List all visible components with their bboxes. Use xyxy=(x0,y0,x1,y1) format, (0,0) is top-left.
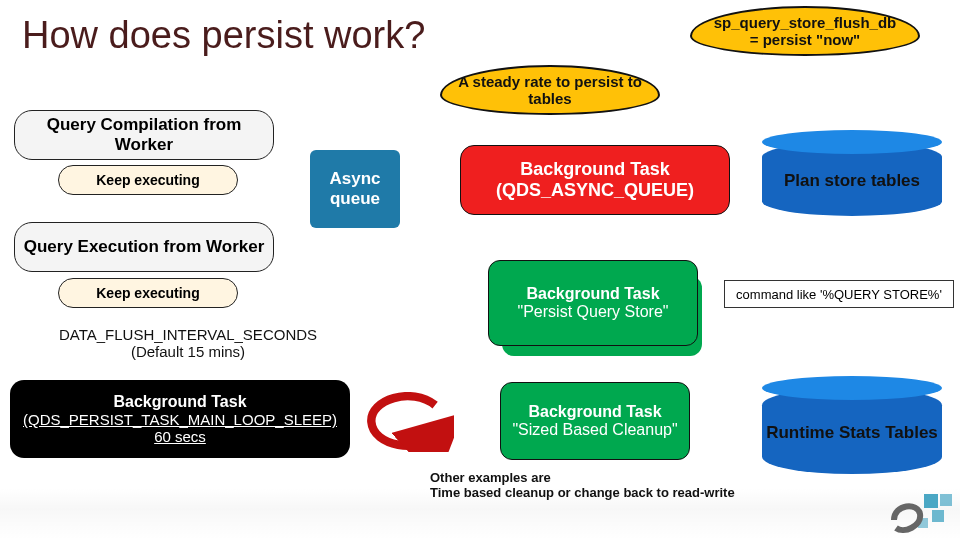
box-query-execution: Query Execution from Worker xyxy=(14,222,274,272)
box-keep-executing-1: Keep executing xyxy=(58,165,238,195)
loop-arrow-icon xyxy=(360,392,454,452)
box-query-compilation: Query Compilation from Worker xyxy=(14,110,274,160)
box-keep-executing-2: Keep executing xyxy=(58,278,238,308)
cylinder-plan-label: Plan store tables xyxy=(762,171,942,191)
callout-flush-db: sp_query_store_flush_db = persist "now" xyxy=(690,6,920,56)
box-async-queue: Async queue xyxy=(310,150,400,228)
label-data-flush-interval: DATA_FLUSH_INTERVAL_SECONDS (Default 15 … xyxy=(48,326,328,360)
bg-task-persist-sub: "Persist Query Store" xyxy=(518,303,669,321)
flush-interval-name: DATA_FLUSH_INTERVAL_SECONDS xyxy=(48,326,328,343)
box-bg-task-persist: Background Task "Persist Query Store" xyxy=(488,260,698,346)
cylinder-runtime-label: Runtime Stats Tables xyxy=(762,423,942,443)
bg-task-black-time: 60 secs xyxy=(154,428,206,445)
svg-rect-0 xyxy=(924,494,938,508)
callout-steady-rate: A steady rate to persist to tables xyxy=(440,65,660,115)
bg-task-persist-title: Background Task xyxy=(526,285,659,303)
bg-task-sized-title: Background Task xyxy=(528,403,661,421)
brand-logo-icon xyxy=(888,490,954,536)
box-command-like: command like '%QUERY STORE%' xyxy=(724,280,954,308)
box-bg-task-async-queue: Background Task (QDS_ASYNC_QUEUE) xyxy=(460,145,730,215)
box-bg-task-persist-stack: Store" Background Task "Persist Query St… xyxy=(488,260,698,346)
page-title: How does persist work? xyxy=(22,14,425,57)
flush-interval-default: (Default 15 mins) xyxy=(48,343,328,360)
bg-task-sized-sub: "Sized Based Cleanup" xyxy=(512,421,677,439)
svg-rect-1 xyxy=(940,494,952,506)
cylinder-runtime-stats: Runtime Stats Tables xyxy=(762,388,942,474)
text-other-examples: Other examples are Time based cleanup or… xyxy=(430,470,750,500)
box-bg-task-main-loop: Background Task (QDS_PERSIST_TASK_MAIN_L… xyxy=(10,380,350,458)
bg-task-black-title: Background Task xyxy=(113,393,246,411)
box-bg-task-sized-cleanup: Background Task "Sized Based Cleanup" xyxy=(500,382,690,460)
svg-rect-2 xyxy=(932,510,944,522)
bg-task-black-sub: (QDS_PERSIST_TASK_MAIN_LOOP_SLEEP) xyxy=(23,411,337,428)
cylinder-plan-store: Plan store tables xyxy=(762,142,942,216)
